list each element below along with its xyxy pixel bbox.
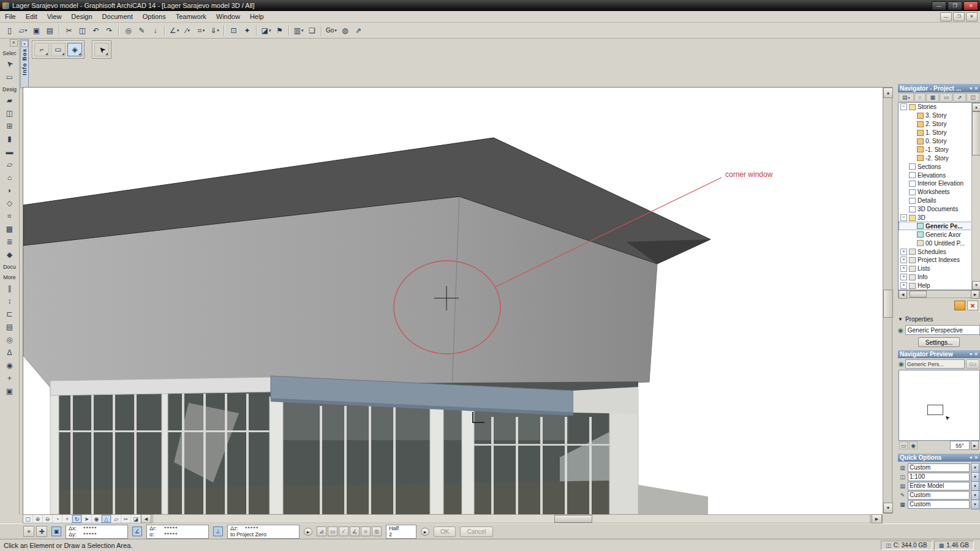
tree-item-help[interactable]: + Help xyxy=(899,282,979,290)
info-box-tab[interactable]: ✕ Info Box xyxy=(20,39,29,88)
quick-option-value[interactable]: Custom xyxy=(908,491,970,500)
suspend-groups-icon[interactable]: ⊡ xyxy=(227,24,240,37)
close-button[interactable]: ✕ xyxy=(963,1,978,10)
layout-book-icon[interactable]: ▭ xyxy=(940,93,952,102)
polar-coords-icon[interactable]: ∠ xyxy=(132,527,142,536)
navigator-close-icon[interactable]: ✕ xyxy=(974,86,978,91)
selection-geometry-polygon-icon[interactable]: ⌐ xyxy=(34,43,49,56)
go-button[interactable]: Go xyxy=(966,359,979,369)
object-tool[interactable]: ◆ xyxy=(2,248,18,261)
tree-scroll-left-icon[interactable]: ◀ xyxy=(899,290,907,299)
gravity-slab-icon[interactable]: ⊿ xyxy=(317,527,326,536)
magic-wand-icon[interactable]: ✦ xyxy=(241,24,254,37)
angle-snap-icon[interactable]: ∠ xyxy=(350,527,360,536)
project-map-icon[interactable]: ⌂ xyxy=(914,93,926,102)
marquee-tool[interactable]: ▭ xyxy=(2,70,18,83)
quick-option-value[interactable]: Custom xyxy=(908,500,970,509)
delete-view-icon[interactable]: ✕ xyxy=(967,301,978,310)
tree-item-3d-documents[interactable]: 3D Documents xyxy=(899,205,979,214)
tracker-origin-icon[interactable]: ⌖ xyxy=(23,526,34,537)
navigator-header[interactable]: Navigator - Project ... ▾ ✕ xyxy=(898,84,980,92)
quick-option-value[interactable]: 1:100 xyxy=(908,473,970,481)
layer-settings-icon[interactable]: ▥▾ xyxy=(292,24,305,37)
tree-item-worksheets[interactable]: Worksheets xyxy=(899,188,979,197)
polar-coordinate-fields[interactable]: Δr:***** α:***** xyxy=(146,525,209,539)
worksheet-tool[interactable]: ▤ xyxy=(2,320,18,333)
tree-item-story-0[interactable]: 0. Story xyxy=(899,137,979,146)
arrow-tool-current-icon[interactable]: ➤ xyxy=(94,43,109,56)
menu-edit[interactable]: Edit xyxy=(21,11,42,23)
go-button[interactable]: Go▾ xyxy=(325,24,338,37)
camera-tool[interactable]: ◉ xyxy=(2,359,18,372)
tree-item-3d[interactable]: − 3D xyxy=(899,214,979,222)
cancel-button[interactable]: Cancel xyxy=(460,527,492,537)
copy-icon[interactable]: ◫ xyxy=(76,24,89,37)
snap-point-control[interactable]: Half 2 xyxy=(386,525,417,539)
quick-option-value[interactable]: Custom xyxy=(908,463,970,472)
scroll-up-icon[interactable]: ▲ xyxy=(883,88,893,98)
new-folder-icon[interactable] xyxy=(954,301,965,310)
walk-icon[interactable]: ⇗ xyxy=(352,24,365,37)
column-tool[interactable]: ▮ xyxy=(2,132,18,145)
tree-expander-icon[interactable]: + xyxy=(900,282,907,289)
cut-icon[interactable]: ✂ xyxy=(62,24,75,37)
menu-help[interactable]: Help xyxy=(245,11,269,23)
pan-icon[interactable]: + xyxy=(62,515,72,523)
tree-item-story-minus1[interactable]: -1. Story xyxy=(899,145,979,154)
menu-document[interactable]: Document xyxy=(97,11,138,23)
navigator-collapse-icon[interactable]: ▾ xyxy=(970,86,972,91)
vertical-scroll-thumb[interactable] xyxy=(883,290,893,318)
detail-tool[interactable]: ◎ xyxy=(2,333,18,346)
chevron-down-icon[interactable]: ▼ xyxy=(971,500,979,509)
skylight-tool[interactable]: ◇ xyxy=(2,197,18,209)
zone-tool[interactable]: ▩ xyxy=(2,222,18,235)
menu-window[interactable]: Window xyxy=(211,11,245,23)
info-box-close-icon[interactable]: ✕ xyxy=(21,40,28,47)
tree-scroll-thumb[interactable] xyxy=(972,111,980,156)
figure-tool[interactable]: ▣ xyxy=(2,384,18,397)
tree-item-story-1[interactable]: 1. Story xyxy=(899,129,979,137)
quick-options-collapse-icon[interactable]: ▾ xyxy=(970,455,972,460)
mdi-restore-button[interactable]: ❐ xyxy=(953,12,965,21)
elevation-coords-icon[interactable]: ⊥ xyxy=(213,527,223,536)
tree-hscroll-thumb[interactable] xyxy=(910,291,927,298)
z-coordinate-field[interactable]: Δz:***** to Project Zero xyxy=(227,525,300,539)
tree-item-details[interactable]: Details xyxy=(899,197,979,205)
tree-item-stories[interactable]: − Stories xyxy=(899,103,979,111)
angle-spinner-icon[interactable]: ▶ xyxy=(971,441,979,450)
redo-icon[interactable]: ↷ xyxy=(103,24,116,37)
tree-item-generic-perspective[interactable]: Generic Pe... xyxy=(899,222,979,230)
save-icon[interactable]: ▣ xyxy=(30,24,43,37)
shadows-icon[interactable]: ◪ xyxy=(131,515,140,523)
markup-icon[interactable]: ⚑ xyxy=(273,24,286,37)
tree-expander-icon[interactable]: + xyxy=(900,249,907,255)
zoom-in-icon[interactable]: ⊕ xyxy=(33,515,42,523)
view-map-icon[interactable]: ▦ xyxy=(926,93,939,102)
scroll-down-icon[interactable]: ▼ xyxy=(883,503,893,513)
project-chooser-icon[interactable]: ▤▾ xyxy=(899,93,914,102)
chevron-down-icon[interactable]: ▼ xyxy=(971,481,979,491)
perspective-icon[interactable]: △ xyxy=(102,515,111,523)
preview-collapse-icon[interactable]: ▾ xyxy=(970,351,972,357)
tree-item-story-3[interactable]: 3. Story xyxy=(899,111,979,120)
organizer-icon[interactable]: ◫ xyxy=(967,93,979,102)
mdi-close-button[interactable]: ✕ xyxy=(966,12,978,21)
tree-expander-icon[interactable]: + xyxy=(900,274,907,280)
axonometry-icon[interactable]: ▱ xyxy=(111,515,121,523)
hotspot-tool[interactable]: + xyxy=(2,372,18,384)
minimize-button[interactable]: — xyxy=(932,1,946,10)
tree-item-info[interactable]: + Info xyxy=(899,273,979,282)
preview-close-icon[interactable]: ✕ xyxy=(974,351,978,357)
undo-icon[interactable]: ↶ xyxy=(89,24,102,37)
properties-header[interactable]: ▼ Properties xyxy=(898,315,980,323)
toolbox-close-icon[interactable]: ✕ xyxy=(10,39,18,47)
preview-fit-icon[interactable]: ▭ xyxy=(899,441,908,449)
wall-tool[interactable]: ▰ xyxy=(2,94,18,107)
orbit-icon[interactable]: ↻ xyxy=(72,515,81,523)
trace-reference-icon[interactable]: ◪▾ xyxy=(260,24,273,37)
zoom-out-icon[interactable]: ⊖ xyxy=(43,515,52,523)
snap-flyout-icon[interactable]: ▶ xyxy=(421,528,429,536)
tree-item-schedules[interactable]: + Schedules xyxy=(899,247,979,256)
quick-options-header[interactable]: Quick Options ▾ ✕ xyxy=(898,454,980,462)
explore-icon[interactable]: ➤ xyxy=(82,515,91,523)
